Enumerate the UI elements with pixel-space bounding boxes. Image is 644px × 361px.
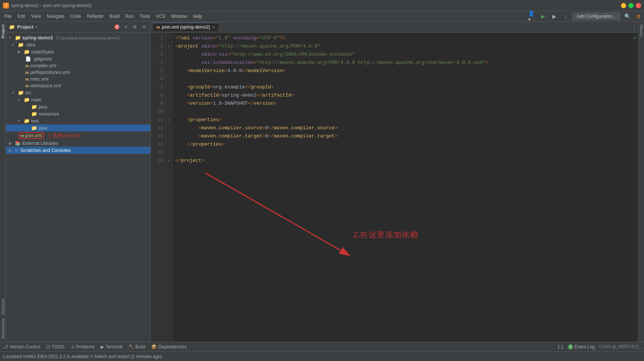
menu-run[interactable]: Run [123, 13, 137, 20]
vcs-icon: ⎇ [3, 344, 8, 349]
version-control-status[interactable]: ⎇ Version Control [3, 344, 40, 349]
code-line-5: <modelVersion> 4.0.0 </modelVersion> [175, 67, 628, 75]
tree-java-folder[interactable]: 📁 java [6, 103, 150, 110]
test-java-icon: 📁 [31, 125, 37, 131]
tree-test-java-folder[interactable]: 📁 java [6, 124, 150, 131]
folder-icon: 📁 [9, 24, 15, 30]
todo-status[interactable]: ☑ TODO [46, 344, 64, 349]
step-icon[interactable]: ↓ [562, 12, 570, 20]
workspace-xml-icon: m [25, 84, 29, 88]
dependencies-status[interactable]: 📦 Dependencies [151, 344, 187, 349]
hide-panel-icon[interactable]: ✕ [140, 23, 147, 31]
tree-pom-xml[interactable]: m pom.xml 1.选择pom.xml [6, 131, 150, 140]
menu-edit[interactable]: Edit [14, 13, 28, 20]
event-log-badge: 1 [568, 344, 573, 349]
code-line-16: </project> [175, 157, 628, 165]
root-folder-icon: 📁 [15, 35, 21, 40]
profile-icon[interactable]: 👤▾ [528, 12, 536, 20]
maven-tab[interactable]: Maven [638, 23, 644, 38]
collapse-all-icon[interactable]: ≡ [122, 23, 130, 31]
project-header-icons: 🎯 ≡ ⚙ ✕ [113, 23, 147, 31]
structure-sidebar-tab[interactable]: Structure [0, 297, 6, 317]
event-log-status[interactable]: 1 Event Log [568, 344, 595, 349]
compiler-xml-icon: m [25, 64, 29, 68]
menu-view[interactable]: View [28, 13, 44, 20]
tab-close-button[interactable]: ✕ [212, 25, 215, 29]
problems-status[interactable]: ⚠ Problems [71, 344, 95, 349]
tree-scratches[interactable]: ▶ ✏ Scratches and Consoles [6, 147, 150, 154]
menu-window[interactable]: Window [168, 13, 190, 20]
main-area: Project Structure Bookmarks 📁 Project ▾ … [0, 22, 644, 342]
tree-main-folder[interactable]: ▾ 📁 main [6, 96, 150, 103]
status-bar: ⎇ Version Control ☑ TODO ⚠ Problems ▶ Te… [0, 342, 644, 351]
tree-resources-folder[interactable]: 📁 resources [6, 110, 150, 117]
no-errors-checkmark: ✓ [633, 34, 637, 41]
code-line-8: <artifactId> spring-demo2 </artifactId> [175, 91, 628, 100]
code-content: 1 2 3 4 5 6 7 8 9 10 11 12 13 14 15 16 [151, 33, 638, 342]
tab-more-button[interactable]: ⋮ [632, 24, 637, 30]
tree-external-libs[interactable]: ▶ 📚 External Libraries [6, 140, 150, 147]
menu-vcs[interactable]: VCS [153, 13, 168, 20]
src-folder-icon: 📁 [18, 90, 24, 95]
tree-misc-xml[interactable]: m misc.xml [6, 76, 150, 82]
tab-pom-icon: m [156, 25, 160, 29]
project-sidebar-tab[interactable]: Project [0, 23, 6, 40]
menu-navigate[interactable]: Navigate [44, 13, 67, 20]
tree-root[interactable]: ▾ 📁 spring-demo2 G:\java\java-learning\s… [6, 34, 150, 41]
pom-xml-tab[interactable]: m pom.xml (spring-demo2) ✕ [152, 23, 219, 31]
code-line-11: <properties> [175, 116, 628, 124]
settings-icon[interactable]: ⚙ [634, 12, 643, 20]
debug-icon[interactable]: ▶ [550, 12, 559, 20]
run-config-button[interactable]: Add Configuration... [573, 13, 620, 20]
menu-build[interactable]: Build [107, 13, 123, 20]
tree-codeStyles[interactable]: ▶ 📁 codeStyles [6, 48, 150, 55]
tree-gitignore[interactable]: 📄 .gitignore [6, 55, 150, 62]
root-label: spring-demo2 [22, 35, 53, 40]
code-line-13: <maven.compiler.target> 8 </maven.compil… [175, 132, 628, 140]
pom-xml-boxed[interactable]: m pom.xml [19, 132, 44, 139]
close-button[interactable] [636, 3, 641, 8]
left-sidebar-tabs: Project Structure Bookmarks [0, 22, 6, 342]
locate-file-icon[interactable]: 🎯 [113, 23, 121, 31]
pom-icon: m [20, 133, 24, 138]
annotation-select-pom: 1.选择pom.xml [48, 132, 80, 139]
code-line-1: <?xml version="1.0" encoding="UTF-8" ?> [175, 34, 628, 42]
menu-tools[interactable]: Tools [137, 13, 153, 20]
editor-wrapper: m pom.xml (spring-demo2) ✕ ⋮ 1 2 3 4 5 6… [151, 22, 638, 342]
terminal-status[interactable]: ▶ Terminal [101, 344, 122, 349]
file-tree: ▾ 📁 spring-demo2 G:\java\java-learning\s… [6, 33, 150, 342]
menu-file[interactable]: File [1, 13, 14, 20]
code-line-7: <groupId> org.example </groupId> [175, 83, 628, 91]
code-line-15 [175, 149, 628, 157]
jarRepo-xml-icon: m [25, 70, 29, 75]
tree-idea-folder[interactable]: ▾ 📁 .idea [6, 41, 150, 48]
tree-test-folder[interactable]: ▾ 📁 test [6, 117, 150, 124]
run-arrow-icon[interactable]: ▶ [539, 12, 547, 20]
menu-help[interactable]: Help [190, 13, 205, 20]
build-status[interactable]: 🔨 Build [129, 344, 146, 349]
menu-refactor[interactable]: Refactor [84, 13, 107, 20]
notification-bar: Localized IntelliJ IDEA 2021.3.2 is avai… [0, 351, 644, 361]
search-everywhere-icon[interactable]: 🔍 [623, 12, 631, 20]
notification-text: Localized IntelliJ IDEA 2021.3.2 is avai… [3, 354, 162, 359]
resources-folder-icon: 📁 [31, 111, 37, 117]
options-icon[interactable]: ⚙ [131, 23, 139, 31]
tree-jarRepositories-xml[interactable]: m jarRepositories.xml [6, 69, 150, 76]
misc-xml-icon: m [25, 77, 29, 81]
maximize-button[interactable] [628, 3, 634, 8]
tree-workspace-xml[interactable]: m workspace.xml [6, 82, 150, 89]
tree-src-folder[interactable]: ▾ 📁 src [6, 89, 150, 96]
menu-bar: File Edit View Navigate Code Refactor Bu… [0, 11, 644, 22]
bookmarks-sidebar-tab[interactable]: Bookmarks [0, 317, 6, 340]
codeStyles-folder-icon: 📁 [24, 49, 30, 55]
fold-gutter: ▾ ▾ ▾ [166, 33, 172, 342]
menu-code[interactable]: Code [67, 13, 84, 20]
external-libs-icon: 📚 [15, 140, 21, 146]
code-editor: 1 2 3 4 5 6 7 8 9 10 11 12 13 14 15 16 [151, 33, 638, 342]
title-bar: J spring-demo2 – pom.xml (spring-demo2) [0, 0, 644, 11]
tree-compiler-xml[interactable]: m compiler.xml [6, 62, 150, 69]
code-lines[interactable]: <?xml version="1.0" encoding="UTF-8" ?> … [172, 33, 631, 342]
minimize-button[interactable] [621, 3, 626, 8]
window-controls [621, 3, 641, 8]
java-folder-icon: 📁 [31, 104, 37, 110]
